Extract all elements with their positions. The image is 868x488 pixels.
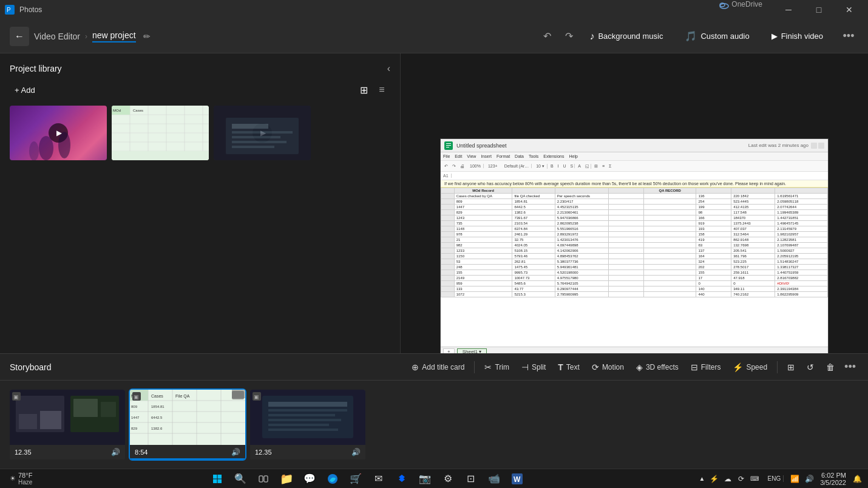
storyboard-more-button[interactable]: ••• [842, 358, 858, 376]
camera-button[interactable]: 📹 [483, 469, 505, 489]
cell: 0 [731, 281, 775, 286]
cell: 184370 [731, 215, 775, 221]
photos-taskbar-button[interactable]: 📷 [414, 469, 436, 489]
back-button[interactable]: ← [10, 27, 29, 46]
menu-extensions[interactable]: Extensions [543, 154, 564, 158]
task-view-icon [259, 474, 268, 484]
cell: 5793.46 [512, 254, 555, 259]
menu-format[interactable]: Format [497, 154, 510, 158]
trim-button[interactable]: ✂ Trim [480, 359, 514, 375]
teams-button[interactable]: 💬 [299, 469, 320, 489]
weather-widget[interactable]: ☀ 78°F Haze [5, 472, 37, 486]
settings-button[interactable]: ⚙ [437, 469, 459, 489]
cell: 1148 [454, 226, 512, 232]
cell: 2.107699487 [775, 243, 828, 248]
storyboard-clip-3[interactable]: ▣ 12.35 🔊 [250, 390, 365, 459]
svg-rect-27 [232, 141, 287, 143]
start-button[interactable] [206, 469, 228, 489]
cell: 1150 [454, 254, 512, 259]
svg-point-4 [39, 136, 53, 160]
wifi-icon[interactable]: 📶 [788, 469, 801, 489]
search-button[interactable]: 🔍 [229, 469, 251, 489]
storyboard-clip-1[interactable]: ▣ 12.35 🔊 [10, 390, 125, 459]
menu-help[interactable]: Help [569, 154, 577, 158]
rotate-icon: ↺ [807, 362, 814, 372]
volume-icon[interactable]: 🔊 [803, 469, 815, 489]
crop-button[interactable]: ⊞ [782, 359, 799, 375]
clip-type-indicator: ▣ [253, 392, 261, 402]
menu-edit[interactable]: Edit [455, 154, 462, 158]
tray-up-arrow[interactable]: ▲ [697, 469, 707, 489]
menu-tools[interactable]: Tools [529, 154, 538, 158]
language-indicator[interactable]: ENG [765, 475, 784, 482]
word-button[interactable]: W [506, 469, 528, 489]
motion-button[interactable]: ⟳ Motion [587, 359, 629, 375]
media-item[interactable]: ▶ MOd Ca [112, 106, 209, 160]
table-row: 2149 10047.73 4.975517980 17 47.918 2.81… [441, 276, 828, 281]
maximize-btn[interactable]: □ [805, 0, 833, 19]
split-button[interactable]: ⊣ Split [517, 359, 551, 375]
storyboard-clip-2[interactable]: MOd Cases File QA 809 1854.81 1447 6442.… [130, 390, 245, 459]
menu-file[interactable]: File [443, 154, 450, 158]
menu-data[interactable]: Data [515, 154, 524, 158]
undo-button[interactable]: ↶ [537, 27, 557, 46]
cell: 1072 [454, 292, 512, 297]
file-explorer-button[interactable]: 📁 [276, 469, 297, 489]
redo-button[interactable]: ↷ [559, 27, 578, 46]
finish-video-button[interactable]: ▶ Finish video [765, 28, 829, 44]
svg-rect-30 [446, 143, 451, 144]
filters-button[interactable]: ⊟ Filters [686, 359, 726, 375]
cell: 1.423013476 [555, 237, 609, 243]
cell [643, 237, 696, 243]
spreadsheet-title-bar: Untitled spreadsheet Last edit was 2 min… [441, 139, 828, 152]
text-button[interactable]: T Text [553, 359, 585, 375]
menu-view[interactable]: View [467, 154, 476, 158]
cell: 262.81 [512, 259, 555, 265]
last-edit-label: Last edit was 2 minutes ago [748, 143, 809, 148]
list-view-button[interactable]: ≡ [373, 81, 390, 98]
delete-clip-button[interactable]: 🗑 [821, 359, 839, 375]
cell: 829 [454, 210, 512, 215]
onedrive-tray-icon[interactable]: ☁ [722, 469, 734, 489]
minimize-btn[interactable]: ─ [775, 0, 802, 19]
cell [609, 210, 644, 215]
storyboard-clips: ▣ 12.35 🔊 [0, 381, 868, 469]
edge-button[interactable] [322, 469, 344, 489]
add-title-card-button[interactable]: ⊕ Add title card [407, 359, 469, 375]
cell: 959 [454, 281, 512, 286]
collapse-panel-button[interactable]: ‹ [387, 63, 390, 74]
svg-rect-28 [232, 146, 274, 148]
custom-audio-button[interactable]: 🎵 Custom audio [679, 27, 755, 46]
grid-view-button[interactable]: ⊞ [355, 81, 372, 98]
title-bar-controls: OneDrive ─ □ ✕ [719, 0, 863, 19]
apps-button[interactable]: ⊡ [460, 469, 482, 489]
menu-insert[interactable]: Insert [481, 154, 492, 158]
sheet-tab-2[interactable]: Sheet1 ▾ [457, 348, 487, 350]
row-num [441, 254, 455, 259]
tray-icon-1[interactable]: ⚡ [708, 469, 721, 489]
cell: Per speech seconds [555, 194, 609, 199]
cell: 412.4135 [731, 205, 775, 210]
background-music-button[interactable]: ♪ Background music [583, 27, 669, 46]
rotate-button[interactable]: ↺ [802, 359, 819, 375]
outlook-button[interactable]: ✉ [368, 469, 390, 489]
sheet-tab-1[interactable]: + [443, 348, 455, 350]
speed-button[interactable]: ⚡ Speed [728, 359, 772, 375]
3d-effects-button[interactable]: ◈ 3D effects [631, 359, 683, 375]
media-item[interactable]: ▶ [10, 106, 107, 160]
edit-project-name-icon[interactable]: ✏ [143, 32, 151, 41]
row-num [441, 226, 455, 232]
task-view-button[interactable] [253, 469, 274, 489]
more-options-button[interactable]: ••• [839, 27, 858, 46]
keyboard-icon[interactable]: ⌨ [748, 469, 761, 489]
dropbox-button[interactable] [391, 469, 413, 489]
media-item[interactable]: ▶ [214, 106, 311, 160]
cell: 735 [454, 221, 512, 226]
update-icon[interactable]: ⟳ [735, 469, 747, 489]
cell [609, 232, 644, 237]
clock-widget[interactable]: 6:02 PM 3/5/2022 [820, 472, 846, 486]
store-button[interactable]: 🛒 [345, 469, 367, 489]
close-btn[interactable]: ✕ [835, 0, 863, 19]
notification-icon[interactable]: 🔔 [851, 469, 863, 489]
add-media-button[interactable]: + Add [10, 83, 40, 97]
